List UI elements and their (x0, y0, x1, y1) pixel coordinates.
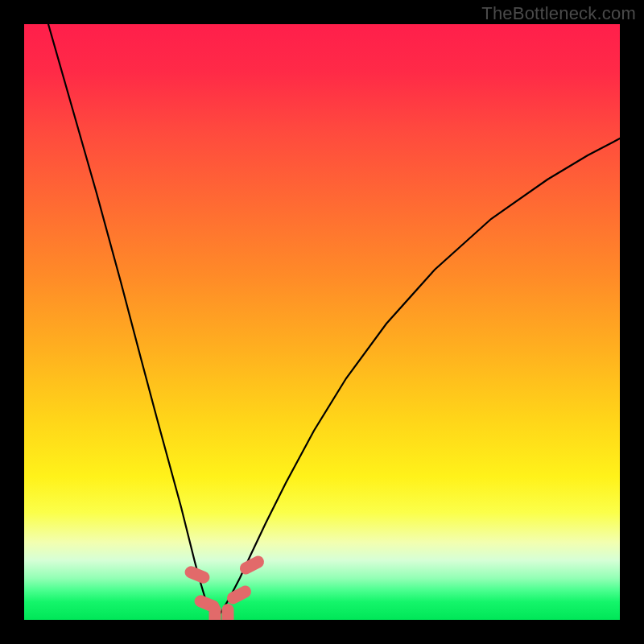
marker-pill (209, 604, 221, 620)
watermark-text: TheBottleneck.com (481, 3, 636, 24)
curve-right-branch (215, 138, 620, 620)
marker-pill (222, 604, 234, 620)
curve-left-branch (48, 24, 215, 620)
chart-frame: TheBottleneck.com (0, 0, 644, 644)
marker-pill (225, 584, 253, 606)
curve-svg (24, 24, 620, 620)
plot-area (24, 24, 620, 620)
curve-layer (48, 24, 620, 620)
